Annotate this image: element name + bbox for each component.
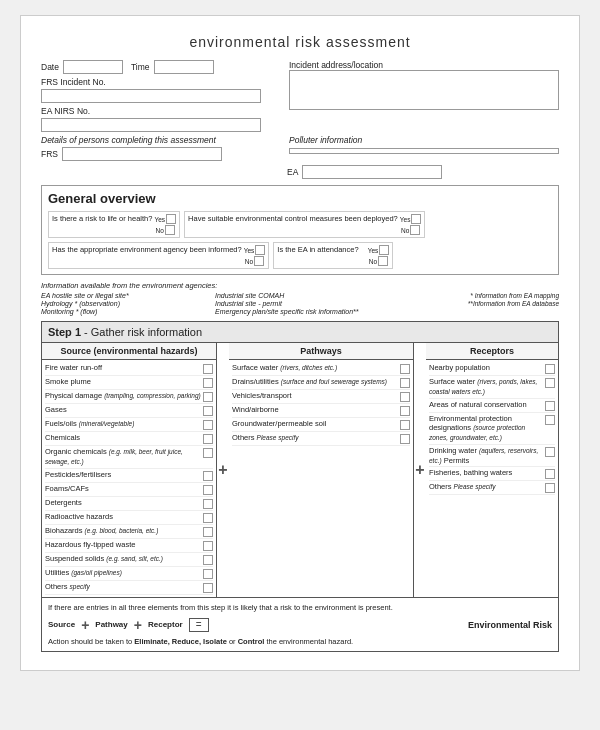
go-q4: Is the EA in attendance? Yes No	[273, 242, 393, 269]
list-item: Surface water (rivers, ponds, lakes, coa…	[429, 376, 555, 399]
general-overview-section: General overview Is there a risk to life…	[41, 185, 559, 275]
list-item: Suspended solids (e.g. sand, silt, etc.)	[45, 553, 213, 567]
go-q4-yes-box[interactable]	[379, 245, 389, 255]
source-check-4[interactable]	[203, 420, 213, 430]
go-q4-yes-label: Yes	[368, 247, 379, 254]
page-title: environmental risk assessment	[41, 34, 559, 50]
source-check-5[interactable]	[203, 434, 213, 444]
polluter-input[interactable]	[289, 148, 559, 154]
list-item: Radioactive hazards	[45, 511, 213, 525]
list-item: Pesticides/fertilisers	[45, 469, 213, 483]
eq-plus-2: +	[134, 617, 142, 633]
go-q3-yes-box[interactable]	[255, 245, 265, 255]
go-q3-no-box[interactable]	[254, 256, 264, 266]
receptor-check-5[interactable]	[545, 469, 555, 479]
time-input[interactable]	[154, 60, 214, 74]
general-overview-title: General overview	[48, 191, 552, 206]
page: environmental risk assessment Date Time …	[20, 15, 580, 671]
go-q3-no-row: No	[245, 256, 264, 266]
source-check-15[interactable]	[203, 583, 213, 593]
receptor-check-6[interactable]	[545, 483, 555, 493]
source-check-11[interactable]	[203, 527, 213, 537]
eq-equals: =	[189, 618, 209, 632]
receptor-check-2[interactable]	[545, 401, 555, 411]
receptor-check-4[interactable]	[545, 447, 555, 457]
pathways-items: Surface water (rivers, ditches etc.) Dra…	[229, 360, 413, 448]
risk-equation: Source + Pathway + Receptor = Environmen…	[48, 617, 552, 633]
list-item: Fire water run-off	[45, 362, 213, 376]
go-q2-yes-box[interactable]	[411, 214, 421, 224]
go-q3-yes-label: Yes	[244, 247, 255, 254]
list-item: Physical damage (trampling, compression,…	[45, 390, 213, 404]
ea-value-input[interactable]	[302, 165, 442, 179]
pathway-check-0[interactable]	[400, 364, 410, 374]
receptors-col-header: Receptors	[426, 343, 558, 360]
list-item: Chemicals	[45, 432, 213, 446]
source-check-10[interactable]	[203, 513, 213, 523]
receptor-check-3[interactable]	[545, 415, 555, 425]
go-q4-yes-row: Yes	[368, 245, 390, 255]
step1-header: Step 1 - Gather risk information	[42, 322, 558, 343]
list-item: Groundwater/permeable soil	[232, 418, 410, 432]
eq-receptor: Receptor	[148, 620, 183, 629]
go-q1-yes-row: Yes	[154, 214, 176, 224]
source-check-14[interactable]	[203, 569, 213, 579]
pathway-check-5[interactable]	[400, 434, 410, 444]
plus-icon-2: +	[414, 343, 426, 597]
step1-bold: Step 1	[48, 326, 81, 338]
go-q1-label: Is there a risk to life or health?	[52, 214, 152, 224]
go-q4-label: Is the EA in attendance?	[277, 245, 365, 255]
go-q2-yn: Yes No	[400, 214, 422, 235]
source-check-12[interactable]	[203, 541, 213, 551]
pathway-check-1[interactable]	[400, 378, 410, 388]
go-q1-yes-box[interactable]	[166, 214, 176, 224]
receptors-column: Receptors Nearby population Surface wate…	[426, 343, 558, 597]
frs-incident-input[interactable]	[41, 89, 261, 103]
polluter-label: Polluter information	[289, 135, 559, 145]
pathway-check-4[interactable]	[400, 420, 410, 430]
action-bold-2: Control	[238, 637, 265, 646]
step1-bottom: If there are entries in all three elemen…	[42, 597, 558, 651]
step1-content: Source (environmental hazards) Fire wate…	[42, 343, 558, 597]
list-item: Areas of natural conservation	[429, 399, 555, 413]
list-item: Others specify	[45, 581, 213, 595]
source-col-header: Source (environmental hazards)	[42, 343, 216, 360]
source-check-2[interactable]	[203, 392, 213, 402]
time-group: Time	[131, 60, 214, 74]
receptors-items: Nearby population Surface water (rivers,…	[426, 360, 558, 497]
incident-input[interactable]	[289, 70, 559, 110]
plus-icon-1: +	[217, 343, 229, 597]
source-check-0[interactable]	[203, 364, 213, 374]
source-check-1[interactable]	[203, 378, 213, 388]
go-q3-no-label: No	[245, 258, 253, 265]
go-q2-no-label: No	[401, 227, 409, 234]
receptor-check-0[interactable]	[545, 364, 555, 374]
date-time-row: Date Time	[41, 60, 281, 74]
details-left: Details of persons completing this asses…	[41, 135, 281, 161]
incident-address-group: Incident address/location	[289, 60, 559, 132]
ea-row: EA	[41, 165, 559, 179]
go-q4-no-box[interactable]	[378, 256, 388, 266]
source-check-7[interactable]	[203, 471, 213, 481]
source-check-8[interactable]	[203, 485, 213, 495]
pathway-check-2[interactable]	[400, 392, 410, 402]
list-item: Detergents	[45, 497, 213, 511]
go-q2-no-box[interactable]	[410, 225, 420, 235]
source-check-9[interactable]	[203, 499, 213, 509]
pathway-check-3[interactable]	[400, 406, 410, 416]
frs-incident-label: FRS Incident No.	[41, 77, 281, 87]
source-check-6[interactable]	[203, 448, 213, 458]
frs-value-input[interactable]	[62, 147, 222, 161]
go-q4-yn: Yes No	[368, 245, 390, 266]
source-check-3[interactable]	[203, 406, 213, 416]
eq-pathway: Pathway	[95, 620, 127, 629]
list-item: Surface water (rivers, ditches etc.)	[232, 362, 410, 376]
list-item: Foams/CAFs	[45, 483, 213, 497]
go-q1-no-row: No	[156, 225, 175, 235]
source-check-13[interactable]	[203, 555, 213, 565]
receptor-check-1[interactable]	[545, 378, 555, 388]
ea-nirs-input[interactable]	[41, 118, 261, 132]
date-input[interactable]	[63, 60, 123, 74]
go-q1-no-box[interactable]	[165, 225, 175, 235]
go-q4-no-label: No	[369, 258, 377, 265]
